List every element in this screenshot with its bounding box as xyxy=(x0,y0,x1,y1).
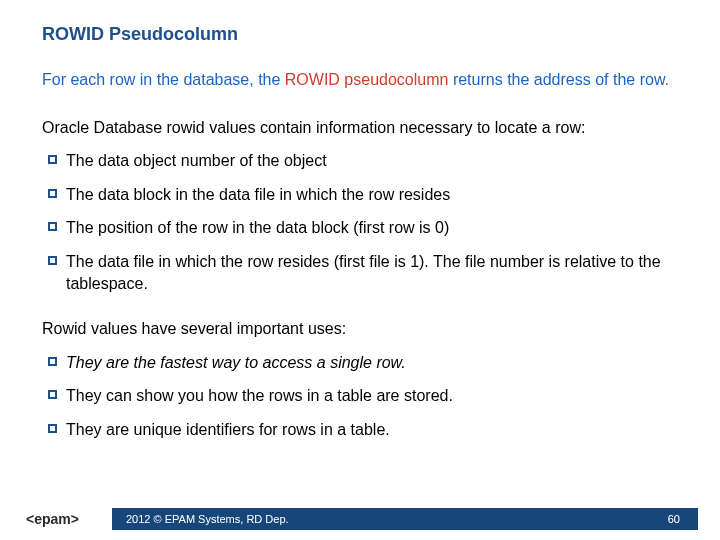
list-item: They are unique identifiers for rows in … xyxy=(48,419,678,441)
footer-bar: 2012 © EPAM Systems, RD Dep. 60 xyxy=(112,508,698,530)
page-number: 60 xyxy=(668,513,680,525)
list-item: They can show you how the rows in a tabl… xyxy=(48,385,678,407)
footer: <epam> 2012 © EPAM Systems, RD Dep. 60 xyxy=(0,508,720,530)
section2-list: They are the fastest way to access a sin… xyxy=(42,352,678,441)
intro-text: For each row in the database, the ROWID … xyxy=(42,69,678,91)
logo: <epam> xyxy=(26,506,79,532)
section1-list: The data object number of the object The… xyxy=(42,150,678,294)
list-item: They are the fastest way to access a sin… xyxy=(48,352,678,374)
section2-lead: Rowid values have several important uses… xyxy=(42,318,678,340)
intro-part1: For each row in the database, the xyxy=(42,71,285,88)
list-item: The data file in which the row resides (… xyxy=(48,251,678,294)
list-item: The data block in the data file in which… xyxy=(48,184,678,206)
intro-part2: returns the address of the row. xyxy=(448,71,669,88)
list-item: The position of the row in the data bloc… xyxy=(48,217,678,239)
section1-lead: Oracle Database rowid values contain inf… xyxy=(42,117,678,139)
intro-highlight: ROWID pseudocolumn xyxy=(285,71,449,88)
logo-text: <epam> xyxy=(26,511,79,527)
slide-title: ROWID Pseudocolumn xyxy=(42,24,678,45)
copyright-text: 2012 © EPAM Systems, RD Dep. xyxy=(126,513,289,525)
list-item: The data object number of the object xyxy=(48,150,678,172)
slide: ROWID Pseudocolumn For each row in the d… xyxy=(0,0,720,540)
